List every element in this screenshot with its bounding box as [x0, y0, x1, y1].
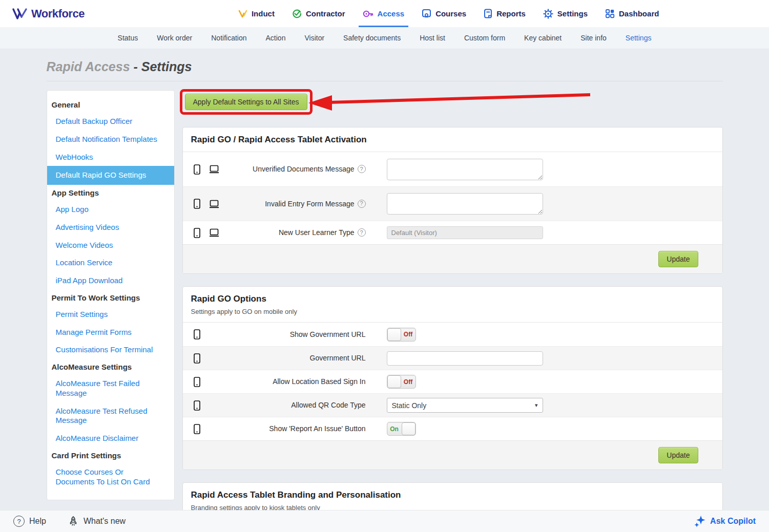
ask-copilot-label: Ask Copilot: [710, 517, 756, 526]
row-unverified-documents-message: Unverified Documents Message ?: [183, 152, 722, 186]
reports-document-icon: [484, 9, 492, 18]
new-user-learner-type-label: New User Learner Type: [279, 228, 355, 237]
subnav-work-order[interactable]: Work order: [157, 34, 192, 42]
go-options-panel-subtitle: Settings apply to GO on mobile only: [191, 308, 714, 315]
sidebar-item-customisations-for-terminal[interactable]: Customisations For Terminal: [47, 341, 174, 359]
tab-induct-label: Induct: [252, 9, 275, 18]
sparkles-icon: [694, 515, 706, 528]
allowed-qr-code-type-label: Allowed QR Code Type: [291, 401, 365, 410]
tab-reports[interactable]: Reports: [484, 0, 526, 27]
show-report-an-issue-toggle[interactable]: On: [387, 422, 416, 436]
subnav-host-list[interactable]: Host list: [420, 34, 445, 42]
whats-new-label: What's new: [84, 517, 126, 526]
toggle-knob: [387, 328, 401, 341]
activation-update-button[interactable]: Update: [658, 251, 698, 267]
subnav-key-cabinet[interactable]: Key cabinet: [524, 34, 562, 42]
mobile-icon: [194, 424, 200, 434]
rocket-icon: [68, 516, 79, 527]
whats-new-button[interactable]: What's new: [68, 516, 126, 527]
toggle-knob: [387, 375, 401, 388]
desktop-icon: [209, 200, 219, 208]
new-user-learner-type-field: Default (Visitor): [387, 226, 543, 239]
row-show-government-url: Show Government URL Off: [183, 323, 722, 346]
toggle-state-label: Off: [401, 331, 415, 338]
sidebar-item-location-service[interactable]: Location Service: [47, 254, 174, 272]
invalid-entry-form-message-textarea[interactable]: [387, 193, 543, 215]
sidebar-item-default-backup-officer[interactable]: Default Backup Officer: [47, 113, 174, 131]
toggle-state-label: On: [387, 425, 402, 433]
help-icon[interactable]: ?: [358, 200, 366, 208]
red-highlight-outline: Apply Default Settings to All Sites: [180, 89, 313, 115]
row-allowed-qr-code-type: Allowed QR Code Type Static Only ▾: [183, 393, 722, 417]
subnav-custom-form[interactable]: Custom form: [464, 34, 505, 42]
subnav-notification[interactable]: Notification: [211, 34, 246, 42]
help-label: Help: [29, 517, 46, 526]
allow-location-sign-in-toggle[interactable]: Off: [387, 375, 416, 389]
courses-certificate-icon: [422, 9, 431, 18]
sidebar-item-ipad-app-download[interactable]: iPad App Download: [47, 272, 174, 290]
unverified-documents-message-textarea[interactable]: [387, 159, 543, 180]
sidebar-item-app-logo[interactable]: App Logo: [47, 201, 174, 219]
sidebar-item-default-rapid-go-settings[interactable]: Default Rapid GO Settings: [47, 166, 174, 185]
show-government-url-toggle[interactable]: Off: [387, 328, 416, 342]
sidebar-header-alcomeasure: AlcoMeasure Settings: [47, 359, 174, 375]
sidebar-item-welcome-videos[interactable]: Welcome Videos: [47, 237, 174, 254]
brand-name: Workforce: [31, 7, 85, 20]
tab-access[interactable]: Access: [363, 0, 405, 27]
subnav-settings[interactable]: Settings: [626, 34, 652, 42]
branding-panel-title: Rapid Access Tablet Branding and Persona…: [191, 490, 714, 500]
page-title: Rapid Access - Settings: [47, 59, 723, 81]
settings-content: Apply Default Settings to All Sites Rapi…: [182, 90, 723, 532]
sidebar-item-advertising-videos[interactable]: Advertising Videos: [47, 219, 174, 237]
sidebar-item-default-notification-templates[interactable]: Default Notification Templates: [47, 131, 174, 148]
mobile-icon: [194, 199, 200, 209]
access-sub-nav: Status Work order Notification Action Vi…: [0, 27, 769, 49]
sidebar-item-webhooks[interactable]: WebHooks: [47, 148, 174, 166]
activation-panel: Rapid GO / Rapid Access Tablet Activatio…: [182, 127, 723, 274]
sidebar-item-alcomeasure-test-refused[interactable]: AlcoMeasure Test Refused Message: [47, 402, 174, 430]
sidebar-item-alcomeasure-test-failed[interactable]: AlcoMeasure Test Failed Message: [47, 375, 174, 402]
selected-option-label: Static Only: [392, 401, 427, 410]
chevron-down-icon: ▾: [535, 402, 538, 409]
allow-location-based-sign-in-label: Allow Location Based Sign In: [273, 377, 365, 386]
sidebar-header-permit-to-work: Permit To Work Settings: [47, 290, 174, 306]
allowed-qr-code-type-select[interactable]: Static Only ▾: [387, 398, 543, 413]
sidebar-item-choose-courses-or-documents[interactable]: Choose Courses Or Documents To List On C…: [47, 463, 165, 491]
subnav-safety-documents[interactable]: Safety documents: [343, 34, 401, 42]
tab-reports-label: Reports: [496, 9, 526, 18]
row-new-user-learner-type: New User Learner Type ? Default (Visitor…: [183, 221, 722, 244]
workforce-logo-icon: [12, 7, 28, 20]
sidebar-item-manage-permit-forms[interactable]: Manage Permit Forms: [47, 324, 174, 342]
tab-induct[interactable]: Induct: [238, 0, 275, 27]
access-key-icon: [363, 9, 373, 18]
subnav-action[interactable]: Action: [266, 34, 286, 42]
tab-settings[interactable]: Settings: [543, 0, 588, 27]
ask-copilot-button[interactable]: Ask Copilot: [694, 515, 756, 528]
help-icon[interactable]: ?: [358, 165, 366, 173]
go-options-panel: Rapid GO Options Settings apply to GO on…: [182, 286, 723, 470]
sidebar-item-alcomeasure-disclaimer[interactable]: AlcoMeasure Disclaimer: [47, 430, 174, 448]
subnav-status[interactable]: Status: [118, 34, 138, 42]
help-icon[interactable]: ?: [358, 228, 366, 237]
row-allow-location-based-sign-in: Allow Location Based Sign In Off: [183, 370, 722, 393]
activation-panel-header: Rapid GO / Rapid Access Tablet Activatio…: [183, 127, 722, 152]
help-button[interactable]: ? Help: [13, 516, 46, 527]
apply-default-settings-button[interactable]: Apply Default Settings to All Sites: [185, 94, 307, 110]
desktop-icon: [209, 228, 219, 237]
government-url-input[interactable]: [387, 351, 543, 366]
sidebar-header-general: General: [47, 97, 174, 113]
tab-dashboard[interactable]: Dashboard: [605, 0, 659, 27]
subnav-site-info[interactable]: Site info: [580, 34, 607, 42]
go-options-update-button[interactable]: Update: [658, 447, 698, 463]
top-nav: Induct Contractor Access: [238, 0, 659, 27]
go-options-panel-footer: Update: [183, 440, 722, 470]
page-title-module: Rapid Access: [47, 59, 130, 74]
tab-courses[interactable]: Courses: [422, 0, 466, 27]
page-title-section: - Settings: [130, 59, 192, 74]
sidebar-item-permit-settings[interactable]: Permit Settings: [47, 306, 174, 324]
tab-contractor[interactable]: Contractor: [292, 0, 345, 27]
workforce-logo[interactable]: Workforce: [12, 0, 85, 27]
activation-panel-title: Rapid GO / Rapid Access Tablet Activatio…: [191, 135, 714, 145]
subnav-visitor[interactable]: Visitor: [304, 34, 324, 42]
row-invalid-entry-form-message: Invalid Entry Form Message ?: [183, 186, 722, 221]
